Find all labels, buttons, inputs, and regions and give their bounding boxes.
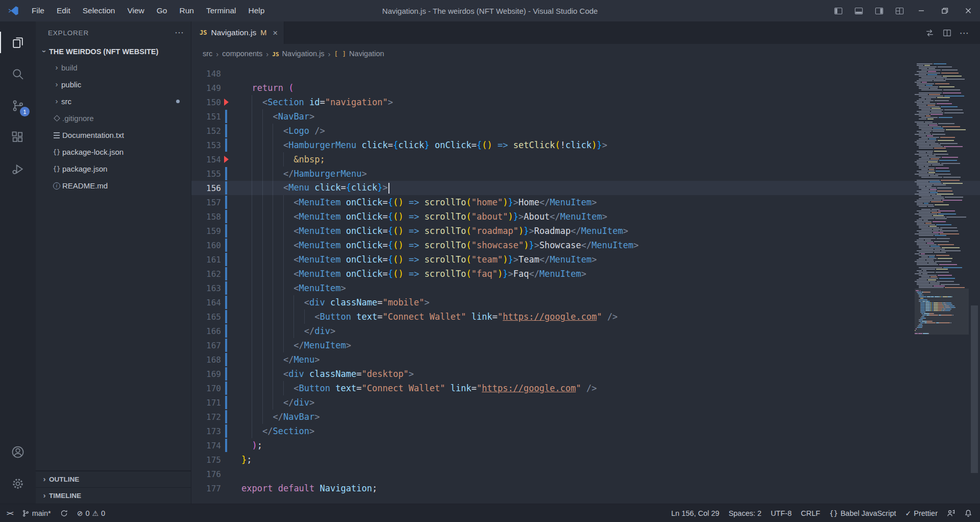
line-number[interactable]: 152 xyxy=(191,126,221,136)
code-line[interactable]: 160 <MenuItem onClick={() => scrollTo("s… xyxy=(191,238,980,252)
activitybar-run-debug[interactable] xyxy=(0,153,36,185)
code-line[interactable]: 150 <Section id="navigation"> xyxy=(191,95,980,109)
line-number[interactable]: 153 xyxy=(191,140,221,150)
code-line[interactable]: 155 </HamburgerMenu> xyxy=(191,167,980,181)
activitybar-account[interactable] xyxy=(0,436,36,468)
indentation-setting[interactable]: Spaces: 2 xyxy=(724,504,766,522)
code-line[interactable]: 161 <MenuItem onClick={() => scrollTo("t… xyxy=(191,252,980,267)
activitybar-settings[interactable] xyxy=(0,468,36,500)
close-button[interactable] xyxy=(957,0,980,21)
branch-indicator[interactable]: main* xyxy=(17,504,56,522)
code-line[interactable]: 151 <NavBar> xyxy=(191,109,980,124)
breadcrumb-src[interactable]: src xyxy=(203,50,212,58)
line-number[interactable]: 148 xyxy=(191,69,221,79)
line-number[interactable]: 169 xyxy=(191,369,221,379)
line-number[interactable]: 167 xyxy=(191,341,221,350)
toggle-sidebar-icon[interactable] xyxy=(828,0,848,21)
menu-run[interactable]: Run xyxy=(173,0,200,21)
activitybar-extensions[interactable] xyxy=(0,122,36,153)
line-number[interactable]: 158 xyxy=(191,212,221,222)
minimap-viewport[interactable] xyxy=(915,289,969,335)
sync-button[interactable] xyxy=(56,504,72,522)
code-line[interactable]: 163 <MenuItem> xyxy=(191,281,980,295)
code-line[interactable]: 170 <Button text="Connect Wallet" link="… xyxy=(191,381,980,395)
restore-button[interactable] xyxy=(933,0,957,21)
code-line[interactable]: 167 </MenuItem> xyxy=(191,338,980,352)
code-line[interactable]: 168 </Menu> xyxy=(191,352,980,367)
line-number[interactable]: 162 xyxy=(191,269,221,279)
line-number[interactable]: 166 xyxy=(191,326,221,336)
cursor-position[interactable]: Ln 156, Col 29 xyxy=(667,504,724,522)
language-mode[interactable]: {} Babel JavaScript xyxy=(825,504,901,522)
more-actions-icon[interactable]: ⋯ xyxy=(955,27,973,39)
code-line[interactable]: 165 <Button text="Connect Wallet" link="… xyxy=(191,310,980,324)
line-number[interactable]: 165 xyxy=(191,312,221,322)
line-number[interactable]: 163 xyxy=(191,283,221,293)
code-line[interactable]: 156 <Menu click={click}> xyxy=(191,181,980,195)
tab-navigation-js[interactable]: JS Navigation.js M × xyxy=(191,21,284,44)
line-number[interactable]: 154 xyxy=(191,155,221,164)
minimap[interactable] xyxy=(915,63,969,504)
line-number[interactable]: 149 xyxy=(191,83,221,93)
line-number[interactable]: 173 xyxy=(191,426,221,436)
line-number[interactable]: 159 xyxy=(191,226,221,236)
section-outline[interactable]: ›OUTLINE xyxy=(36,471,191,487)
line-number[interactable]: 156 xyxy=(191,183,221,193)
vertical-scrollbar[interactable] xyxy=(969,63,980,504)
scrollbar-thumb[interactable] xyxy=(971,305,978,473)
explorer-item-documentation-txt[interactable]: Documentation.txt xyxy=(36,127,191,144)
line-number[interactable]: 164 xyxy=(191,298,221,307)
formatter-status[interactable]: ✓ Prettier xyxy=(901,504,942,522)
code-line[interactable]: 169 <div className="desktop"> xyxy=(191,367,980,381)
section-timeline[interactable]: ›TIMELINE xyxy=(36,487,191,504)
code-line[interactable]: 176 xyxy=(191,467,980,481)
code-line[interactable]: 166 </div> xyxy=(191,324,980,338)
line-number[interactable]: 170 xyxy=(191,384,221,393)
code-line[interactable]: 153 <HamburgerMenu click={click} onClick… xyxy=(191,138,980,152)
activitybar-search[interactable] xyxy=(0,58,36,90)
activitybar-source-control[interactable]: 1 xyxy=(0,90,36,122)
menu-help[interactable]: Help xyxy=(242,0,271,21)
explorer-item-readme-md[interactable]: iREADME.md xyxy=(36,177,191,194)
menu-go[interactable]: Go xyxy=(151,0,174,21)
encoding-setting[interactable]: UTF-8 xyxy=(766,504,796,522)
line-number[interactable]: 174 xyxy=(191,441,221,450)
code-line[interactable]: 172 </NavBar> xyxy=(191,410,980,424)
open-changes-icon[interactable] xyxy=(921,28,938,38)
line-number[interactable]: 160 xyxy=(191,241,221,250)
line-number[interactable]: 155 xyxy=(191,169,221,179)
explorer-item-src[interactable]: ›src xyxy=(36,93,191,110)
line-number[interactable]: 161 xyxy=(191,255,221,265)
code-line[interactable]: 157 <MenuItem onClick={() => scrollTo("h… xyxy=(191,195,980,209)
line-number[interactable]: 175 xyxy=(191,455,221,465)
line-number[interactable]: 151 xyxy=(191,112,221,122)
close-icon[interactable]: × xyxy=(273,29,278,37)
toggle-panel-icon[interactable] xyxy=(848,0,869,21)
project-root[interactable]: › THE WEIRDOS (NFT WEBSITE) xyxy=(36,44,191,59)
code-editor[interactable]: 148149 return (150 <Section id="navigati… xyxy=(191,63,980,504)
explorer-item-package-lock-json[interactable]: {}package-lock.json xyxy=(36,144,191,160)
activitybar-explorer[interactable] xyxy=(0,27,36,58)
explorer-item-build[interactable]: ›build xyxy=(36,59,191,76)
code-line[interactable]: 177export default Navigation; xyxy=(191,481,980,495)
customize-layout-icon[interactable] xyxy=(889,0,910,21)
toggle-secondary-sidebar-icon[interactable] xyxy=(869,0,889,21)
line-number[interactable]: 172 xyxy=(191,412,221,422)
code-line[interactable]: 174 ); xyxy=(191,438,980,453)
breadcrumb-navigation[interactable]: [ ]Navigation xyxy=(334,50,384,58)
remote-indicator[interactable]: >< xyxy=(2,504,17,522)
code-line[interactable]: 162 <MenuItem onClick={() => scrollTo("f… xyxy=(191,267,980,281)
explorer-item-package-json[interactable]: {}package.json xyxy=(36,160,191,177)
menu-terminal[interactable]: Terminal xyxy=(200,0,242,21)
feedback-button[interactable] xyxy=(942,504,960,522)
code-line[interactable]: 175}; xyxy=(191,453,980,467)
menu-selection[interactable]: Selection xyxy=(77,0,121,21)
line-number[interactable]: 168 xyxy=(191,355,221,365)
problems-indicator[interactable]: ⊘ 0 ⚠ 0 xyxy=(72,504,110,522)
code-line[interactable]: 149 return ( xyxy=(191,81,980,95)
menu-file[interactable]: File xyxy=(26,0,51,21)
explorer-more-actions-icon[interactable]: ⋯ xyxy=(175,27,184,38)
notifications-button[interactable] xyxy=(960,504,977,522)
menu-view[interactable]: View xyxy=(121,0,150,21)
code-line[interactable]: 152 <Logo /> xyxy=(191,124,980,138)
